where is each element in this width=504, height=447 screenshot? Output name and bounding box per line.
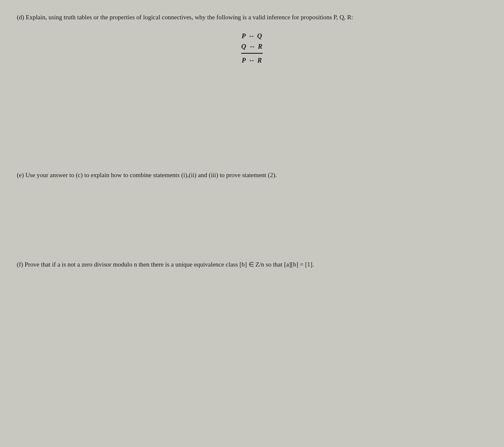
section-f-label: (f) [17, 261, 23, 268]
answer-space-d [17, 74, 487, 158]
inference-premise-1: P ↔ Q [241, 31, 262, 42]
section-f-text: (f) Prove that if a is not a zero diviso… [17, 260, 487, 269]
section-e-body: Use your answer to (c) to explain how to… [25, 172, 277, 178]
answer-space-e [17, 180, 487, 243]
section-d-text: (d) Explain, using truth tables or the p… [17, 13, 487, 22]
section-e-text: (e) Use your answer to (c) to explain ho… [17, 170, 487, 180]
section-d-label: (d) [17, 14, 24, 21]
section-d: (d) Explain, using truth tables or the p… [17, 13, 487, 158]
inference-premise-2: Q ↔ R [241, 41, 262, 52]
section-e: (e) Use your answer to (c) to explain ho… [17, 170, 487, 243]
inference-conclusion: P ↔ R [241, 53, 262, 66]
inference-block: P ↔ Q Q ↔ R P ↔ R [241, 31, 262, 66]
page-content: (d) Explain, using truth tables or the p… [17, 13, 487, 434]
section-f-body: Prove that if a is not a zero divisor mo… [25, 261, 314, 268]
section-f: (f) Prove that if a is not a zero diviso… [17, 260, 487, 269]
section-d-body: Explain, using truth tables or the prope… [26, 14, 353, 21]
section-e-label: (e) [17, 172, 24, 178]
